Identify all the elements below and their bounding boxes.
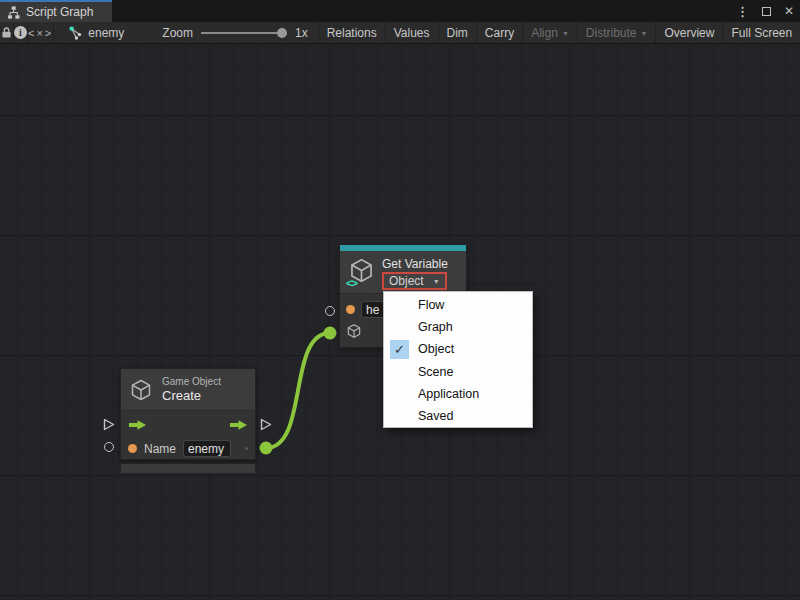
flow-in-arrow-icon[interactable] <box>128 419 147 431</box>
distribute-button: Distribute▼ <box>577 22 656 43</box>
align-button: Align▼ <box>522 22 577 43</box>
node-type-label: Game Object <box>162 376 221 387</box>
check-icon: ✓ <box>390 340 409 359</box>
zoom-value: 1x <box>295 26 308 40</box>
gameobject-output-icon[interactable] <box>245 440 248 457</box>
maximize-button[interactable] <box>762 7 771 16</box>
graph-canvas[interactable]: <> Get Variable Object ▼ <box>0 44 800 600</box>
code-brackets-icon: <> <box>346 277 357 289</box>
window-menu-button[interactable]: ⋮ <box>736 4 749 19</box>
create-node[interactable]: Game Object Create Name <box>120 368 256 460</box>
create-node-footer <box>120 463 256 474</box>
menu-item-application[interactable]: ✓ Application <box>384 383 532 405</box>
info-icon: i <box>14 26 27 39</box>
flow-out-arrow-icon[interactable] <box>229 419 248 431</box>
code-preview-button[interactable]: <×> <box>28 22 54 43</box>
name-port-label: Name <box>144 442 176 456</box>
menu-item-flow[interactable]: ✓ Flow <box>384 294 532 316</box>
graph-toolbar: i <×> enemy Zoom 1x Relations Values Dim… <box>0 22 800 44</box>
gameobject-port-icon[interactable] <box>346 323 362 339</box>
string-port-icon[interactable] <box>346 305 355 314</box>
name-input[interactable] <box>183 440 231 457</box>
toolbar-button-group: Relations Values Dim Carry Align▼ Distri… <box>318 22 800 43</box>
create-flow-output-port[interactable] <box>260 418 272 431</box>
close-button[interactable]: ✕ <box>784 4 794 18</box>
zoom-control: Zoom 1x <box>136 22 317 43</box>
window-tab-bar: Script Graph ⋮ ✕ <box>0 0 800 22</box>
menu-item-scene[interactable]: ✓ Scene <box>384 361 532 383</box>
graph-breadcrumb[interactable]: enemy <box>54 22 136 43</box>
graph-name-label: enemy <box>88 26 124 40</box>
carry-button[interactable]: Carry <box>476 22 522 43</box>
scope-value-label: Object <box>389 274 424 288</box>
getvariable-name-input-port[interactable] <box>325 306 335 316</box>
relations-button[interactable]: Relations <box>318 22 385 43</box>
full-screen-button[interactable]: Full Screen <box>722 22 800 43</box>
tab-script-graph[interactable]: Script Graph <box>0 0 112 22</box>
node-title: Get Variable <box>382 257 448 271</box>
string-port-icon[interactable] <box>128 444 137 453</box>
connection-wire[interactable] <box>266 333 330 448</box>
node-title: Create <box>162 388 221 403</box>
chevron-down-icon: ▼ <box>433 278 440 285</box>
script-graph-icon <box>7 6 20 19</box>
lock-icon <box>0 26 13 39</box>
values-button[interactable]: Values <box>385 22 438 43</box>
menu-item-graph[interactable]: ✓ Graph <box>384 316 532 338</box>
create-flow-input-port[interactable] <box>103 418 115 431</box>
dim-button[interactable]: Dim <box>438 22 476 43</box>
variable-scope-menu: ✓ Flow ✓ Graph ✓ Object ✓ Scene ✓ Applic… <box>383 291 533 428</box>
getvariable-target-input-port[interactable] <box>324 327 337 340</box>
get-variable-header[interactable]: <> Get Variable Object ▼ <box>340 251 466 294</box>
create-gameobject-output-port[interactable] <box>260 442 273 455</box>
chevron-down-icon: ▼ <box>641 30 648 37</box>
create-node-body: Name <box>121 411 255 461</box>
zoom-slider[interactable] <box>201 28 287 38</box>
create-node-header[interactable]: Game Object Create <box>121 369 255 411</box>
graph-variables-icon <box>68 26 82 40</box>
gameobject-cube-icon <box>129 378 153 402</box>
overview-button[interactable]: Overview <box>655 22 722 43</box>
create-name-input-port[interactable] <box>104 442 114 452</box>
tab-title: Script Graph <box>26 5 93 19</box>
menu-item-saved[interactable]: ✓ Saved <box>384 405 532 427</box>
chevron-down-icon: ▼ <box>562 30 569 37</box>
lock-button[interactable] <box>0 22 14 43</box>
menu-item-object[interactable]: ✓ Object <box>384 338 532 360</box>
zoom-label: Zoom <box>162 26 193 40</box>
zoom-slider-track <box>201 32 287 34</box>
variable-scope-dropdown[interactable]: Object ▼ <box>382 272 447 290</box>
info-button[interactable]: i <box>14 22 28 43</box>
zoom-slider-handle[interactable] <box>277 28 287 38</box>
